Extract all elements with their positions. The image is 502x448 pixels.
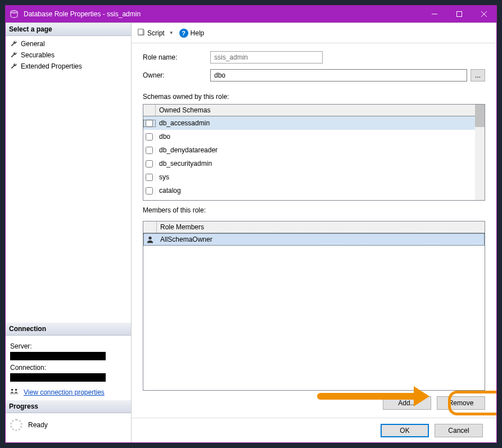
svg-point-8 <box>148 237 151 239</box>
sidebar-item-label: Extended Properties <box>21 62 82 70</box>
scrollbar-thumb[interactable] <box>475 105 485 127</box>
script-label: Script <box>147 29 165 37</box>
chevron-down-icon: ▼ <box>169 30 174 35</box>
schema-name: catalog <box>156 187 475 194</box>
grid-corner <box>143 221 157 233</box>
toolbar: Script ▼ ? Help <box>132 23 496 43</box>
progress-header: Progress <box>6 400 131 413</box>
svg-point-0 <box>11 11 17 13</box>
titlebar[interactable]: Database Role Properties - ssis_admin <box>6 6 496 22</box>
schema-checkbox[interactable] <box>146 187 153 194</box>
minimize-button[interactable] <box>422 6 447 22</box>
ok-button[interactable]: OK <box>381 424 429 437</box>
script-button[interactable]: Script ▼ <box>137 28 174 38</box>
schema-checkbox[interactable] <box>146 174 153 181</box>
view-connection-properties-link[interactable]: View connection properties <box>24 388 105 396</box>
schema-checkbox[interactable] <box>146 133 153 141</box>
members-section-label: Members of this role: <box>143 206 485 214</box>
help-label: Help <box>191 29 205 37</box>
schema-name: dbo <box>156 133 475 141</box>
schemas-section-label: Schemas owned by this role: <box>143 93 485 101</box>
server-value-redacted <box>10 352 106 360</box>
grid-corner <box>143 105 156 116</box>
member-row[interactable]: AllSchemaOwner <box>143 233 485 246</box>
schema-row[interactable]: db_denydatareader <box>143 143 485 157</box>
wrench-icon <box>10 51 17 60</box>
schema-row[interactable]: dbo <box>143 130 485 143</box>
script-icon <box>137 28 145 38</box>
schema-row[interactable]: catalog <box>143 184 485 197</box>
progress-panel: Ready <box>6 413 131 442</box>
server-label: Server: <box>10 342 126 350</box>
schema-checkbox[interactable] <box>146 147 153 154</box>
dialog-footer: OK Cancel <box>132 418 496 442</box>
connection-value-redacted <box>10 373 106 382</box>
schema-name: db_denydatareader <box>156 146 475 154</box>
user-icon <box>143 236 157 243</box>
schema-name: sys <box>156 173 475 181</box>
progress-status: Ready <box>28 421 48 429</box>
sidebar-item-extended-properties[interactable]: Extended Properties <box>6 61 131 72</box>
svg-rect-2 <box>457 12 462 17</box>
add-button[interactable]: Add... <box>383 396 431 410</box>
schema-row[interactable]: db_accessadmin <box>143 116 485 130</box>
connection-icon <box>10 387 18 397</box>
scrollbar-track[interactable] <box>475 105 485 200</box>
schema-row[interactable]: db_securityadmin <box>143 157 485 170</box>
members-grid[interactable]: Role Members AllSchemaOwner <box>143 221 485 391</box>
database-icon <box>9 9 19 19</box>
cancel-button[interactable]: Cancel <box>435 424 483 437</box>
sidebar-item-securables[interactable]: Securables <box>6 49 131 61</box>
member-name: AllSchemaOwner <box>157 236 485 243</box>
schema-name: db_accessadmin <box>156 119 475 127</box>
svg-rect-7 <box>138 29 143 35</box>
role-name-input <box>210 51 323 64</box>
members-column-header[interactable]: Role Members <box>157 221 485 233</box>
dialog-window: Database Role Properties - ssis_admin Se… <box>5 5 497 443</box>
help-icon: ? <box>179 29 188 38</box>
svg-point-6 <box>15 389 17 391</box>
sidebar: Select a page General Securables <box>6 23 132 442</box>
schemas-column-header[interactable]: Owned Schemas <box>156 105 485 116</box>
schemas-grid[interactable]: Owned Schemas db_accessadmin dbo <box>143 104 485 201</box>
schema-checkbox[interactable] <box>146 120 153 127</box>
page-list: General Securables Extended Properties <box>6 36 131 323</box>
help-button[interactable]: ? Help <box>179 29 205 38</box>
select-page-header: Select a page <box>6 23 131 36</box>
role-name-label: Role name: <box>143 53 210 61</box>
sidebar-item-label: General <box>21 40 45 48</box>
connection-label: Connection: <box>10 364 126 372</box>
owner-input[interactable] <box>210 69 467 82</box>
owner-browse-button[interactable]: ... <box>471 69 485 82</box>
main-panel: Script ▼ ? Help Role name: Owner: ... <box>132 23 496 442</box>
owner-label: Owner: <box>143 71 210 79</box>
remove-button[interactable]: Remove <box>437 396 485 410</box>
sidebar-item-label: Securables <box>21 51 55 59</box>
window-title: Database Role Properties - ssis_admin <box>24 10 422 18</box>
maximize-button[interactable] <box>447 6 472 22</box>
schema-row[interactable]: sys <box>143 170 485 184</box>
wrench-icon <box>10 39 17 48</box>
sidebar-item-general[interactable]: General <box>6 38 131 49</box>
connection-header: Connection <box>6 323 131 336</box>
svg-point-5 <box>11 389 13 391</box>
connection-panel: Server: Connection: View connection prop… <box>6 336 131 400</box>
progress-spinner-icon <box>10 419 22 431</box>
close-button[interactable] <box>472 6 496 22</box>
wrench-icon <box>10 62 17 71</box>
schema-checkbox[interactable] <box>146 160 153 168</box>
schema-name: db_securityadmin <box>156 160 475 168</box>
